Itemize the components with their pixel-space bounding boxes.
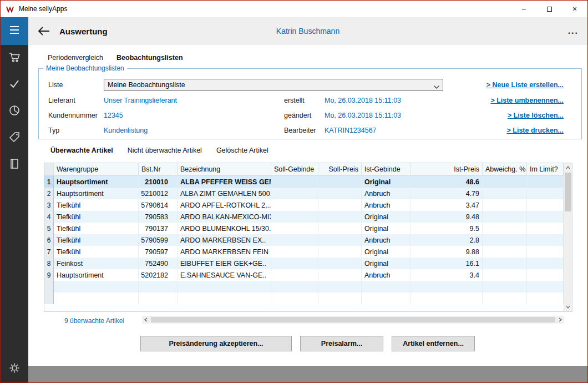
cell-ist-preis: 9.48 xyxy=(410,211,483,223)
erstellt-value: Mo, 26.03.2018 15:11:03 xyxy=(325,97,401,104)
bottom-bar xyxy=(28,366,587,382)
action-bar: Preisänderung akzeptieren... Preisalarm.… xyxy=(140,336,475,351)
sidebar-item-catalog[interactable] xyxy=(1,152,28,178)
cell-bezeichnung: E.SAHNESAUCE VAN-GE.. xyxy=(178,269,271,281)
cell-ist-gebinde: Anbruch xyxy=(362,199,410,211)
chevron-down-icon xyxy=(433,83,440,91)
sidebar-item-prices[interactable] xyxy=(1,125,28,152)
table-row[interactable]: 4 Tiefkühl 790583 ARDO BALKAN-MEXICO-MIX… xyxy=(44,211,572,223)
cell-ist-gebinde: Original xyxy=(362,176,410,188)
cell-warengruppe: Feinkost xyxy=(54,258,139,269)
header-im-limit[interactable]: Im Limit? xyxy=(527,163,564,175)
tab-geloeschte-artikel[interactable]: Gelöschte Artikel xyxy=(216,147,268,154)
sidebar-item-analysis[interactable] xyxy=(1,98,28,125)
empty-cell xyxy=(410,293,483,304)
sidebar-item-orders[interactable] xyxy=(1,45,28,72)
header-abweichg[interactable]: Abweichg. % xyxy=(483,163,527,175)
link-liste-umbenennen[interactable]: > Liste umbenennen... xyxy=(490,97,564,104)
tag-icon xyxy=(8,131,21,145)
header-ist-gebinde[interactable]: Ist-Gebinde xyxy=(362,163,410,175)
sidebar xyxy=(1,17,28,382)
horizontal-scrollbar[interactable] xyxy=(142,316,564,324)
empty-row xyxy=(44,293,572,304)
link-neue-liste[interactable]: > Neue Liste erstellen... xyxy=(486,81,564,89)
table-header-row: Warengruppe Bst.Nr Bezeichnung Soll-Gebi… xyxy=(44,163,564,176)
header-soll-preis[interactable]: Soll-Preis xyxy=(318,163,362,175)
empty-cell xyxy=(318,293,362,304)
cell-ist-preis: 4.79 xyxy=(410,188,483,199)
header-soll-gebinde[interactable]: Soll-Gebinde xyxy=(271,163,318,175)
cell-soll-preis xyxy=(318,246,362,258)
table-row[interactable]: 6 Tiefkühl 5790599 ARDO MARKERBSEN EX.. … xyxy=(44,234,572,246)
scroll-left-icon[interactable] xyxy=(142,316,150,324)
table-row[interactable]: 8 Feinkost 752490 EIBUFFET EIER GEK+GE..… xyxy=(44,258,572,269)
empty-row xyxy=(44,281,572,293)
cell-ist-gebinde: Original xyxy=(362,211,410,223)
table-row[interactable]: 1 Hauptsortiment 210010 ALBA PFEFFER WEI… xyxy=(44,176,572,188)
cell-im-limit xyxy=(527,234,564,246)
scroll-down-icon[interactable] xyxy=(564,303,572,311)
cell-ist-gebinde: Original xyxy=(362,223,410,234)
cell-warengruppe: Tiefkühl xyxy=(54,246,139,258)
cell-abweichg xyxy=(483,223,527,234)
table-row[interactable]: 9 Hauptsortiment 5202182 E.SAHNESAUCE VA… xyxy=(44,269,572,281)
window-title: Meine sellyApps xyxy=(19,5,67,13)
tab-periodenvergleich[interactable]: Periodenvergleich xyxy=(48,54,103,62)
cell-bstnr: 790597 xyxy=(139,246,178,258)
app-logo-icon xyxy=(6,5,14,13)
close-button[interactable]: × xyxy=(562,1,587,17)
content-area: Periodenvergleich Beobachtungslisten Mei… xyxy=(28,45,587,366)
cell-bstnr: 5790614 xyxy=(139,199,178,211)
cell-bezeichnung: EIBUFFET EIER GEK+GE.. xyxy=(178,258,271,269)
tab-ueberwachte-artikel[interactable]: Überwachte Artikel xyxy=(50,147,113,154)
cell-ist-preis: 3.4 xyxy=(410,269,483,281)
header-bstnr[interactable]: Bst.Nr xyxy=(139,163,178,175)
cell-im-limit xyxy=(527,246,564,258)
more-button[interactable]: ... xyxy=(568,29,579,33)
cell-im-limit xyxy=(527,199,564,211)
link-liste-drucken[interactable]: > Liste drucken... xyxy=(507,127,564,134)
back-button[interactable] xyxy=(37,26,50,36)
gear-icon xyxy=(8,362,21,376)
horizontal-scroll-thumb[interactable] xyxy=(151,317,555,322)
header-bezeichnung[interactable]: Bezeichnung xyxy=(178,163,271,175)
tab-nicht-ueberwachte-artikel[interactable]: Nicht überwachte Artikel xyxy=(128,147,202,154)
link-liste-loeschen[interactable]: > Liste löschen... xyxy=(508,112,564,119)
preisaenderung-akzeptieren-button[interactable]: Preisänderung akzeptieren... xyxy=(140,336,292,351)
vertical-scroll-thumb[interactable] xyxy=(565,173,571,211)
header-ist-preis[interactable]: Ist-Preis xyxy=(410,163,483,175)
list-select[interactable]: Meine Beobachtungsliste xyxy=(104,79,443,91)
cell-soll-gebinde xyxy=(271,258,318,269)
cart-icon xyxy=(8,51,21,65)
maximize-button[interactable] xyxy=(536,1,562,17)
empty-cell xyxy=(527,293,564,304)
empty-cell xyxy=(271,293,318,304)
row-number: 1 xyxy=(44,176,54,188)
cell-soll-gebinde xyxy=(271,188,318,199)
cell-ist-gebinde: Anbruch xyxy=(362,269,410,281)
sidebar-item-settings[interactable] xyxy=(1,356,28,382)
maximize-icon xyxy=(547,7,552,12)
table-row[interactable]: 7 Tiefkühl 790597 ARDO MARKERBSEN FEIN .… xyxy=(44,246,572,258)
sidebar-item-menu[interactable] xyxy=(1,17,28,45)
empty-cell xyxy=(483,293,527,304)
preisalarm-button[interactable]: Preisalarm... xyxy=(300,336,383,351)
sidebar-item-confirm[interactable] xyxy=(1,72,28,98)
cell-warengruppe: Hauptsortiment xyxy=(54,176,139,188)
row-number xyxy=(44,281,54,293)
table-row[interactable]: 3 Tiefkühl 5790614 ARDO APFEL-ROTKOHL 2,… xyxy=(44,199,572,211)
status-count: 9 überwachte Artikel xyxy=(64,317,124,325)
scroll-right-icon[interactable] xyxy=(556,316,564,324)
artikel-entfernen-button[interactable]: Artikel entfernen... xyxy=(392,336,475,351)
table-row[interactable]: 5 Tiefkühl 790137 ARDO BLUMENKOHL 15/30.… xyxy=(44,223,572,234)
scroll-up-icon[interactable] xyxy=(564,164,572,172)
cell-abweichg xyxy=(483,246,527,258)
vertical-scrollbar[interactable] xyxy=(564,163,572,311)
table-row[interactable]: 2 Hauptsortiment 5210012 ALBA ZIMT GEMAH… xyxy=(44,188,572,199)
row-number: 3 xyxy=(44,199,54,211)
tab-beobachtungslisten[interactable]: Beobachtungslisten xyxy=(116,54,183,62)
cell-bezeichnung: ALBA PFEFFER WEISS GEM.. xyxy=(178,176,271,188)
minimize-button[interactable]: − xyxy=(511,1,536,17)
cell-ist-preis: 9.88 xyxy=(410,246,483,258)
header-warengruppe[interactable]: Warengruppe xyxy=(54,163,139,175)
